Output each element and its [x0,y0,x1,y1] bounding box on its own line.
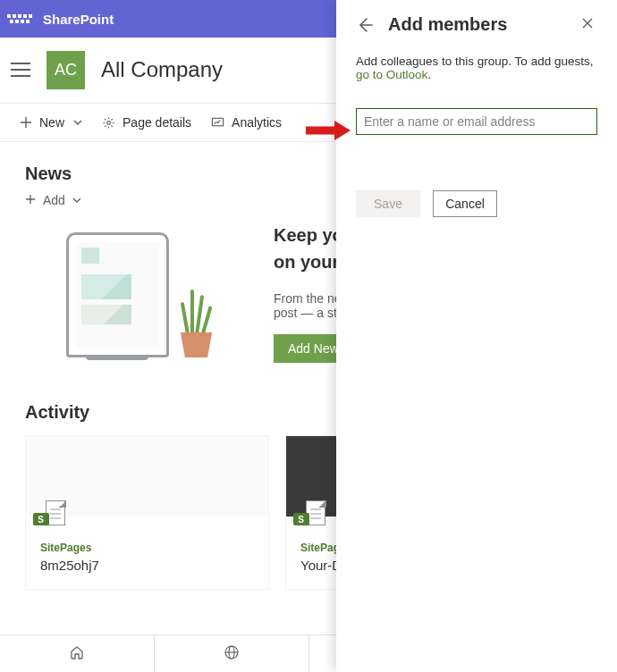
gear-icon [102,116,115,130]
sitepage-file-icon: S [38,500,65,529]
go-to-outlook-link[interactable]: go to Outlook [356,68,427,81]
site-name: All Company [101,57,223,82]
plus-icon [20,116,32,129]
suite-title: SharePoint [43,12,114,27]
card-title: 8m25ohj7 [40,558,254,573]
analytics-icon [211,116,224,130]
analytics-button[interactable]: Analytics [211,115,282,130]
chevron-down-icon [72,193,81,207]
add-members-panel: Add members Add colleagues to this group… [336,0,617,672]
cancel-button[interactable]: Cancel [433,190,497,217]
add-label: Add [43,193,65,207]
new-button[interactable]: New [20,115,82,130]
plus-icon [25,193,36,207]
callout-arrow-icon [304,120,351,145]
page-details-label: Page details [123,115,191,130]
home-button[interactable] [0,635,154,672]
card-category: SitePages [40,542,254,554]
analytics-label: Analytics [232,115,282,130]
page-details-button[interactable]: Page details [102,115,191,130]
news-illustration [25,214,256,357]
panel-description: Add colleagues to this group. To add gue… [356,55,597,81]
sitepage-file-icon: S [299,500,325,529]
panel-title: Add members [388,14,567,35]
new-label: New [39,115,64,130]
menu-icon[interactable] [11,63,30,77]
back-arrow-icon[interactable] [356,16,374,34]
activity-card[interactable]: S SitePages 8m25ohj7 [25,435,269,590]
svg-rect-1 [212,118,223,125]
chevron-down-icon [73,118,82,127]
close-icon[interactable] [581,17,597,33]
globe-icon [224,644,240,664]
svg-point-0 [107,121,111,124]
save-button: Save [356,190,420,217]
member-input[interactable] [356,108,597,135]
panel-desc-text: Add colleagues to this group. To add gue… [356,55,593,68]
app-launcher-icon[interactable] [7,6,32,31]
globe-button[interactable] [154,635,308,672]
home-icon [69,644,85,664]
site-logo: AC [46,51,85,89]
